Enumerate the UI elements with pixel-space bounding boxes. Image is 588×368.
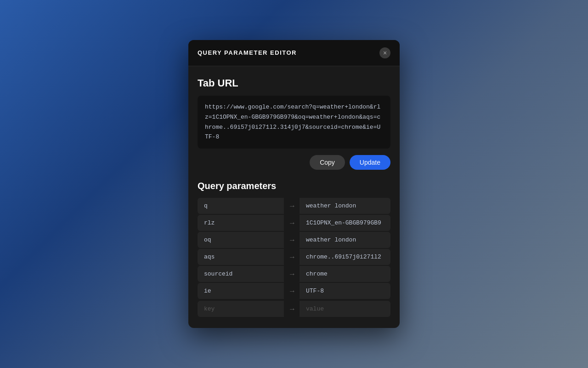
query-params-title: Query parameters [198,181,390,191]
close-button[interactable]: × [379,47,390,58]
arrow-icon: → [285,270,300,278]
param-key-0[interactable] [198,198,284,214]
param-row: → [198,232,390,248]
arrow-icon: → [285,287,300,295]
url-box: https://www.google.com/search?q=weather+… [198,96,390,149]
param-row: → [198,249,390,265]
arrow-icon: → [285,305,300,313]
url-text: https://www.google.com/search?q=weather+… [205,104,380,140]
param-key-4[interactable] [198,266,284,282]
param-value-4[interactable] [300,266,390,282]
param-key-1[interactable] [198,215,284,231]
arrow-icon: → [285,253,300,261]
param-row: → [198,198,390,214]
param-key-3[interactable] [198,249,284,265]
param-row-placeholder: → [198,301,390,317]
modal-overlay: QUERY PARAMETER EDITOR × Tab URL https:/… [0,0,588,368]
param-value-2[interactable] [300,232,390,248]
modal-body: Tab URL https://www.google.com/search?q=… [188,66,400,328]
param-key-2[interactable] [198,232,284,248]
copy-button[interactable]: Copy [310,155,345,170]
param-value-placeholder[interactable] [300,301,390,317]
param-row: → [198,266,390,282]
param-key-5[interactable] [198,283,284,299]
param-key-placeholder[interactable] [198,301,284,317]
param-value-0[interactable] [300,198,390,214]
param-value-1[interactable] [300,215,390,231]
modal-title: QUERY PARAMETER EDITOR [198,49,297,56]
arrow-icon: → [285,219,300,227]
params-table: →→→→→→ → [198,198,390,317]
tab-url-title: Tab URL [198,77,390,89]
param-value-5[interactable] [300,283,390,299]
param-value-3[interactable] [300,249,390,265]
modal-header: QUERY PARAMETER EDITOR × [188,40,400,66]
update-button[interactable]: Update [350,155,390,170]
param-row: → [198,283,390,299]
query-parameter-editor-modal: QUERY PARAMETER EDITOR × Tab URL https:/… [188,40,400,328]
arrow-icon: → [285,202,300,210]
arrow-icon: → [285,236,300,244]
button-row: Copy Update [198,155,390,170]
param-row: → [198,215,390,231]
